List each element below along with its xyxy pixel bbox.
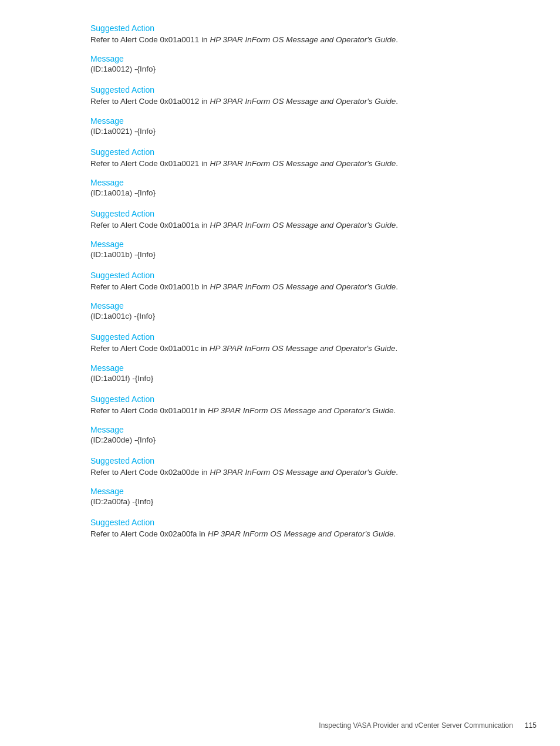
- action-text-2: Refer to Alert Code 0x01a0021 in HP 3PAR…: [90, 158, 470, 170]
- message-label-3: Message: [90, 178, 470, 187]
- message-text-1: (ID:1a0012) -{Info}: [90, 65, 470, 73]
- message-label-2: Message: [90, 116, 470, 126]
- action-text-0: Refer to Alert Code 0x01a0011 in HP 3PAR…: [90, 34, 470, 46]
- message-label-4: Message: [90, 239, 470, 249]
- action-text-1: Refer to Alert Code 0x01a0012 in HP 3PAR…: [90, 96, 470, 107]
- suggested-action-label-3: Suggested Action: [90, 209, 470, 218]
- suggested-action-label-6: Suggested Action: [90, 394, 470, 404]
- message-text-6: (ID:1a001f) -{Info}: [90, 374, 470, 383]
- action-text-5: Refer to Alert Code 0x01a001c in HP 3PAR…: [90, 343, 470, 355]
- entry-8: Message (ID:2a00fa) -{Info} Suggested Ac…: [90, 487, 470, 540]
- action-text-7: Refer to Alert Code 0x02a00de in HP 3PAR…: [90, 467, 470, 478]
- suggested-action-label-5: Suggested Action: [90, 332, 470, 342]
- action-text-8: Refer to Alert Code 0x02a00fa in HP 3PAR…: [90, 528, 470, 540]
- entry-1: Message (ID:1a0012) -{Info} Suggested Ac…: [90, 54, 470, 107]
- suggested-action-label-0: Suggested Action: [90, 23, 470, 33]
- footer-text: Inspecting VASA Provider and vCenter Ser…: [319, 721, 513, 730]
- entry-7: Message (ID:2a00de) -{Info} Suggested Ac…: [90, 425, 470, 478]
- message-label-5: Message: [90, 301, 470, 310]
- message-text-4: (ID:1a001b) -{Info}: [90, 250, 470, 259]
- action-text-4: Refer to Alert Code 0x01a001b in HP 3PAR…: [90, 281, 470, 293]
- page-footer: Inspecting VASA Provider and vCenter Ser…: [319, 721, 537, 730]
- entry-5: Message (ID:1a001c) -{Info} Suggested Ac…: [90, 301, 470, 355]
- message-text-8: (ID:2a00fa) -{Info}: [90, 497, 470, 506]
- suggested-action-label-7: Suggested Action: [90, 456, 470, 465]
- suggested-action-label-1: Suggested Action: [90, 85, 470, 94]
- message-text-3: (ID:1a001a) -{Info}: [90, 188, 470, 197]
- action-text-6: Refer to Alert Code 0x01a001f in HP 3PAR…: [90, 405, 470, 417]
- message-text-7: (ID:2a00de) -{Info}: [90, 436, 470, 444]
- action-text-3: Refer to Alert Code 0x01a001a in HP 3PAR…: [90, 220, 470, 231]
- suggested-action-label-2: Suggested Action: [90, 147, 470, 157]
- suggested-action-label-4: Suggested Action: [90, 271, 470, 280]
- message-label-1: Message: [90, 54, 470, 63]
- footer-page: 115: [525, 721, 537, 730]
- message-label-6: Message: [90, 363, 470, 373]
- entry-6: Message (ID:1a001f) -{Info} Suggested Ac…: [90, 363, 470, 417]
- page-content: Suggested Action Refer to Alert Code 0x0…: [0, 0, 560, 583]
- suggested-action-label-8: Suggested Action: [90, 518, 470, 527]
- entry-3: Message (ID:1a001a) -{Info} Suggested Ac…: [90, 178, 470, 231]
- message-label-7: Message: [90, 425, 470, 434]
- entry-4: Message (ID:1a001b) -{Info} Suggested Ac…: [90, 239, 470, 293]
- message-label-8: Message: [90, 487, 470, 496]
- entry-2: Message (ID:1a0021) -{Info} Suggested Ac…: [90, 116, 470, 170]
- message-text-2: (ID:1a0021) -{Info}: [90, 127, 470, 136]
- message-text-5: (ID:1a001c) -{Info}: [90, 312, 470, 320]
- entry-0: Suggested Action Refer to Alert Code 0x0…: [90, 23, 470, 46]
